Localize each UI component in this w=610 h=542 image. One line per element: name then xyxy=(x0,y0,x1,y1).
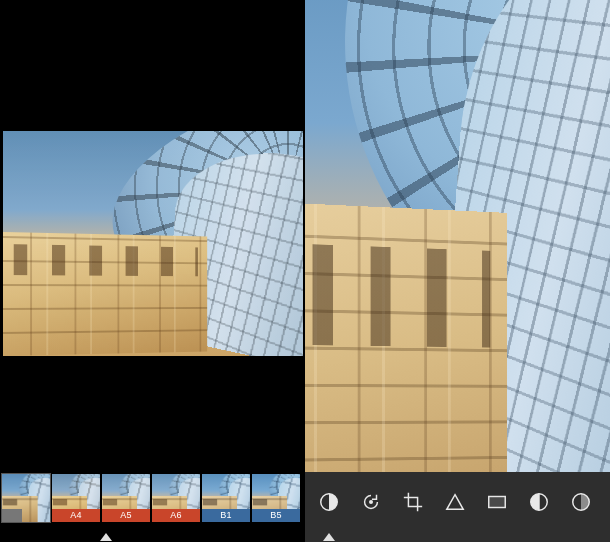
rectangle-icon xyxy=(486,491,508,513)
filter-label xyxy=(2,509,22,522)
filter-thumb-a4[interactable]: A4 xyxy=(52,474,100,522)
filter-thumb-b1[interactable]: B1 xyxy=(202,474,250,522)
crop-icon xyxy=(402,491,424,513)
tool-crop[interactable] xyxy=(395,484,431,520)
rotate-icon xyxy=(360,491,382,513)
svg-rect-3 xyxy=(489,497,506,508)
filter-thumb-a6[interactable]: A6 xyxy=(152,474,200,522)
triangle-icon xyxy=(444,491,466,513)
filter-label: A5 xyxy=(102,509,150,522)
indicator-triangle-icon xyxy=(323,533,335,541)
tool-vignette[interactable] xyxy=(479,484,515,520)
filter-indicator-row xyxy=(0,532,305,542)
tool-sharpen[interactable] xyxy=(437,484,473,520)
svg-point-1 xyxy=(369,500,373,504)
filter-label: B5 xyxy=(252,509,300,522)
contrast-icon xyxy=(318,491,340,513)
filter-thumb-a5[interactable]: A5 xyxy=(102,474,150,522)
filter-strip: A4 A5 A6 B1 B5 xyxy=(0,472,305,532)
indicator-triangle-icon xyxy=(100,533,112,541)
preview-image-left[interactable] xyxy=(3,131,303,356)
filter-thumb-b5[interactable]: B5 xyxy=(252,474,300,522)
filter-label: A6 xyxy=(152,509,200,522)
tool-fade[interactable] xyxy=(563,484,599,520)
filter-thumb-none[interactable] xyxy=(2,474,50,522)
tool-rotate[interactable] xyxy=(353,484,389,520)
filter-label: A4 xyxy=(52,509,100,522)
tool-indicator-row xyxy=(305,532,610,542)
preview-image-right[interactable] xyxy=(305,0,610,472)
half-circle-outline-icon xyxy=(570,491,592,513)
tool-saturation[interactable] xyxy=(521,484,557,520)
tool-contrast[interactable] xyxy=(311,484,347,520)
filter-label: B1 xyxy=(202,509,250,522)
adjust-editor-panel xyxy=(305,0,610,542)
filter-editor-panel: A4 A5 A6 B1 B5 xyxy=(0,0,305,542)
preview-area-right xyxy=(305,0,610,472)
tool-bar xyxy=(305,472,610,532)
preview-area-left xyxy=(0,0,305,472)
half-circle-icon xyxy=(528,491,550,513)
